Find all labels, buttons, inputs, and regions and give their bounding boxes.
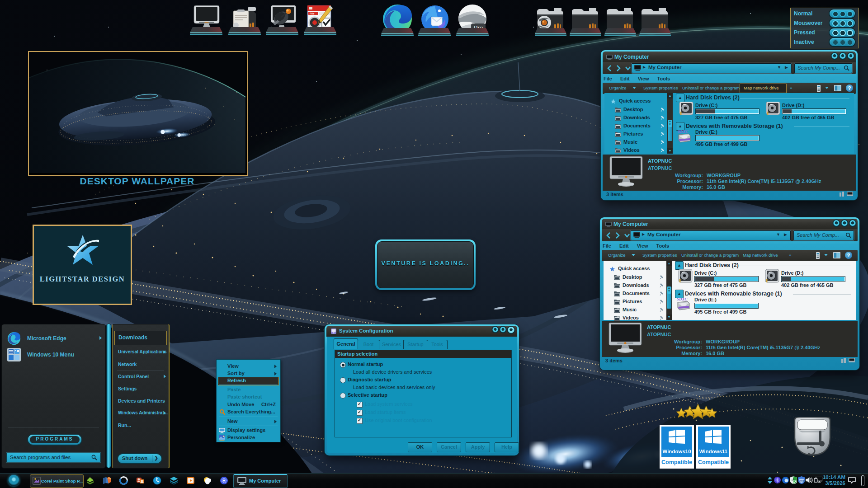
svg-text:VPN: VPN bbox=[800, 479, 805, 482]
svg-text:File: File bbox=[310, 12, 315, 15]
svg-text:SDXC: SDXC bbox=[678, 129, 689, 134]
svg-text:SDXC: SDXC bbox=[677, 297, 688, 301]
